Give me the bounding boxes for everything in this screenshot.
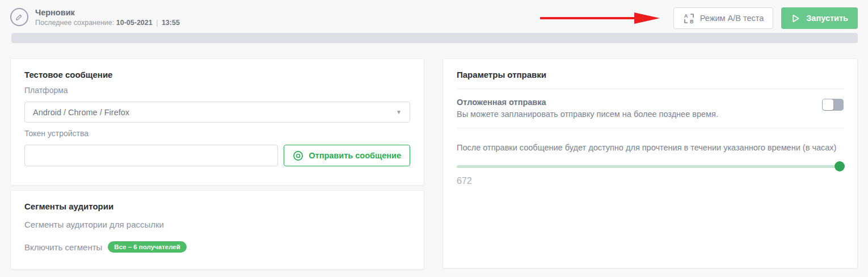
page-header: Черновик Последнее сохранение: 10-05-202… bbox=[0, 0, 868, 32]
ab-test-mode-button[interactable]: A B Режим А/В теста bbox=[673, 7, 773, 29]
delayed-send-toggle[interactable] bbox=[822, 99, 844, 111]
progress-bar-container bbox=[0, 33, 868, 43]
ab-test-icon: A B bbox=[683, 12, 695, 24]
ttl-slider-label: После отправки сообщение будет доступно … bbox=[457, 143, 844, 152]
delayed-send-text: Отложенная отправка Вы можете запланиров… bbox=[457, 98, 718, 119]
launch-button-label: Запустить bbox=[806, 14, 848, 23]
right-column: Параметры отправки Отложенная отправка В… bbox=[443, 58, 858, 268]
last-save-separator: | bbox=[154, 19, 159, 27]
send-test-message-label: Отправить сообщение bbox=[309, 151, 401, 160]
ttl-value: 672 bbox=[457, 176, 844, 186]
include-segments-row: Включить сегменты Все – 6 получателей bbox=[24, 241, 410, 253]
preview-target-icon bbox=[293, 150, 304, 161]
main-content: Тестовое сообщение Платформа Android / C… bbox=[0, 43, 868, 270]
ttl-slider-knob[interactable] bbox=[835, 161, 845, 171]
draft-title: Черновик bbox=[35, 7, 180, 18]
chevron-down-icon: ▼ bbox=[396, 109, 402, 115]
audience-segments-subtitle: Сегменты аудитории для рассылки bbox=[24, 220, 410, 229]
test-message-title: Тестовое сообщение bbox=[24, 70, 410, 79]
delayed-send-description: Вы можете запланировать отправку писем н… bbox=[457, 110, 718, 119]
pencil-icon bbox=[10, 8, 28, 26]
svg-text:B: B bbox=[690, 19, 694, 24]
divider bbox=[457, 89, 844, 89]
launch-button[interactable]: Запустить bbox=[781, 7, 858, 29]
delayed-send-row: Отложенная отправка Вы можете запланиров… bbox=[457, 98, 844, 119]
last-save-label: Последнее сохранение: bbox=[35, 19, 114, 27]
header-actions: A B Режим А/В теста Запустить bbox=[539, 7, 858, 29]
device-token-input[interactable] bbox=[24, 145, 278, 166]
toggle-knob bbox=[823, 99, 833, 110]
ab-test-mode-label: Режим А/В теста bbox=[700, 14, 764, 23]
last-save-time: 13:55 bbox=[162, 19, 180, 27]
last-save-line: Последнее сохранение: 10-05-2021 | 13:55 bbox=[35, 19, 180, 27]
platform-select-value: Android / Chrome / Firefox bbox=[33, 108, 129, 117]
red-arrow-annotation bbox=[539, 12, 661, 24]
play-icon bbox=[791, 14, 800, 23]
send-params-title: Параметры отправки bbox=[457, 70, 844, 79]
audience-segments-title: Сегменты аудитории bbox=[24, 202, 410, 211]
delayed-send-title: Отложенная отправка bbox=[457, 98, 718, 107]
ttl-slider[interactable] bbox=[457, 161, 844, 171]
test-message-card: Тестовое сообщение Платформа Android / C… bbox=[10, 58, 424, 186]
send-test-message-button[interactable]: Отправить сообщение bbox=[284, 145, 410, 166]
draft-status-block: Черновик Последнее сохранение: 10-05-202… bbox=[10, 7, 180, 27]
divider bbox=[457, 128, 844, 128]
campaign-progress-bar bbox=[11, 33, 858, 43]
svg-text:A: A bbox=[684, 13, 688, 19]
device-token-label: Токен устройства bbox=[24, 129, 410, 138]
audience-segments-card: Сегменты аудитории Сегменты аудитории дл… bbox=[10, 190, 424, 270]
platform-label: Платформа bbox=[24, 86, 410, 95]
ttl-slider-track bbox=[457, 165, 844, 168]
segments-badge[interactable]: Все – 6 получателей bbox=[108, 241, 186, 253]
draft-text-block: Черновик Последнее сохранение: 10-05-202… bbox=[35, 7, 180, 27]
send-params-card: Параметры отправки Отложенная отправка В… bbox=[443, 58, 858, 268]
include-segments-label: Включить сегменты bbox=[24, 242, 102, 252]
token-row: Отправить сообщение bbox=[24, 145, 410, 166]
platform-select[interactable]: Android / Chrome / Firefox ▼ bbox=[24, 102, 410, 123]
left-column: Тестовое сообщение Платформа Android / C… bbox=[10, 58, 424, 270]
last-save-date: 10-05-2021 bbox=[116, 19, 153, 27]
